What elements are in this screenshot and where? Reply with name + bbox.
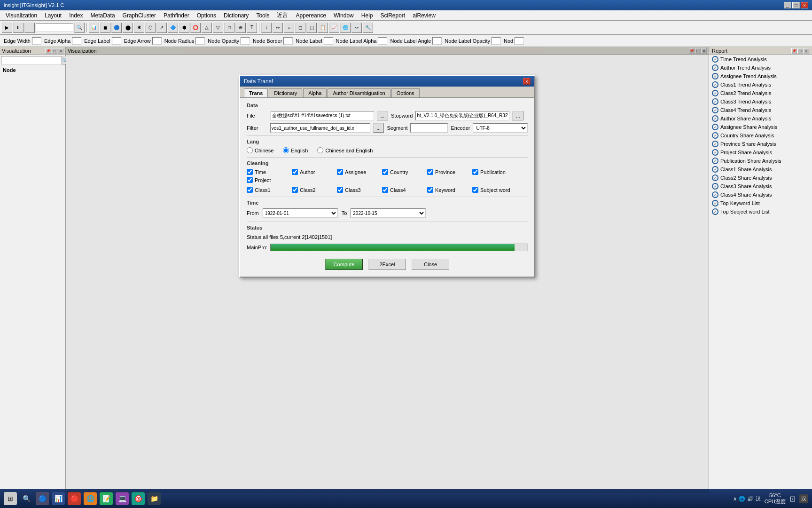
tab-options[interactable]: Options xyxy=(391,88,420,97)
menu-layout[interactable]: Layout xyxy=(41,11,65,20)
from-date-select[interactable]: 1922-01-01 xyxy=(263,208,338,218)
taskbar-app-icon-3[interactable]: 🔴 xyxy=(68,492,81,505)
report-item-country-share[interactable]: ✓ Country Share Analysis xyxy=(709,131,812,140)
node-label-input[interactable] xyxy=(324,37,333,45)
toolbar-icon-17[interactable]: ⇔ xyxy=(273,23,283,33)
report-item-class2-share[interactable]: ✓ Class2 Share Analysis xyxy=(709,174,812,182)
report-item-author-trend[interactable]: ✓ Author Trend Analysis xyxy=(709,64,812,72)
ime-indicator[interactable]: 汉 xyxy=(799,494,808,503)
toolbar-btn-1[interactable]: ▶ xyxy=(2,23,12,33)
toolbar-icon-22[interactable]: 📈 xyxy=(329,23,339,33)
check-project[interactable]: Project xyxy=(247,177,284,183)
menu-visualization[interactable]: Visualization xyxy=(2,11,41,20)
file-input[interactable] xyxy=(271,111,374,120)
radio-chinese-input[interactable] xyxy=(247,147,253,153)
taskbar-search[interactable]: 🔍 xyxy=(20,492,33,505)
menu-help[interactable]: Help xyxy=(358,11,377,20)
menu-dictionary[interactable]: Dictionary xyxy=(220,11,252,20)
menu-metadata[interactable]: MetaData xyxy=(87,11,119,20)
file-browse-btn[interactable]: ... xyxy=(377,111,388,120)
tab-alpha[interactable]: Alpha xyxy=(303,88,327,97)
toolbar-icon-18[interactable]: ○ xyxy=(284,23,294,33)
tray-sound-icon[interactable]: 🔊 xyxy=(747,496,754,502)
report-item-time-trend[interactable]: ✓ Time Trend Analysis xyxy=(709,55,812,64)
toolbar-btn-3[interactable] xyxy=(24,23,35,33)
filter-input[interactable] xyxy=(270,123,370,133)
taskbar-app-icon-2[interactable]: 📊 xyxy=(52,492,65,505)
menu-scireport[interactable]: SciReport xyxy=(376,11,409,20)
panel-header-controls[interactable]: 📌 □ × xyxy=(46,48,63,54)
report-item-class3-trend[interactable]: ✓ Class3 Trend Analysis xyxy=(709,97,812,106)
radio-english-input[interactable] xyxy=(283,147,289,153)
filter-browse-btn[interactable]: ... xyxy=(373,123,384,133)
toolbar-input[interactable] xyxy=(36,24,73,32)
node-opacity-input[interactable] xyxy=(241,37,250,45)
toolbar-icon-5[interactable]: ✱ xyxy=(134,23,144,33)
panel-close-btn[interactable]: × xyxy=(58,48,63,54)
check-class4[interactable]: Class4 xyxy=(382,187,420,193)
tab-trans[interactable]: Trans xyxy=(244,88,268,97)
menu-pathfinder[interactable]: Pathfinder xyxy=(160,11,193,20)
check-class3[interactable]: Class3 xyxy=(337,187,375,193)
toolbar-icon-3[interactable]: 🔵 xyxy=(111,23,122,33)
maximize-btn[interactable]: □ xyxy=(792,2,800,8)
edge-alpha-input[interactable] xyxy=(72,37,81,45)
node-label-opacity-input[interactable] xyxy=(492,37,501,45)
check-publication[interactable]: Publication xyxy=(472,169,510,175)
report-item-project-share[interactable]: ✓ Project Share Analysis xyxy=(709,148,812,157)
right-pin-btn[interactable]: 📌 xyxy=(791,48,797,54)
taskbar-app-icon-4[interactable]: 🌐 xyxy=(84,492,97,505)
check-keyword[interactable]: Keyword xyxy=(427,187,465,193)
menu-index[interactable]: Index xyxy=(65,11,86,20)
tray-up-icon[interactable]: ∧ xyxy=(733,496,737,502)
toolbar-icon-14[interactable]: ⊕ xyxy=(235,23,246,33)
toolbar-icon-12[interactable]: ▽ xyxy=(213,23,223,33)
toolbar-icon-1[interactable]: 📊 xyxy=(89,23,99,33)
to-date-select[interactable]: 2022-10-15 xyxy=(351,208,426,218)
panel-maximize-btn[interactable]: □ xyxy=(52,48,57,54)
encoder-select[interactable]: UTF-8 GBK xyxy=(473,123,528,133)
right-panel-controls[interactable]: 📌 □ × xyxy=(791,48,809,54)
window-controls[interactable]: _ □ × xyxy=(784,2,808,8)
edge-width-input[interactable] xyxy=(32,37,41,45)
tray-lang-icon[interactable]: 汉 xyxy=(756,495,761,502)
minimize-btn[interactable]: _ xyxy=(784,2,791,8)
taskbar-app-icon-1[interactable]: 🔵 xyxy=(36,492,49,505)
edge-arrow-input[interactable] xyxy=(152,37,162,45)
check-province[interactable]: Province xyxy=(427,169,465,175)
report-item-class4-trend[interactable]: ✓ Class4 Trend Analysis xyxy=(709,106,812,114)
check-author[interactable]: Author xyxy=(292,169,329,175)
check-class2[interactable]: Class2 xyxy=(292,187,329,193)
check-time[interactable]: Time xyxy=(247,169,284,175)
tray-network-icon[interactable]: 🌐 xyxy=(739,496,745,502)
tray-hide-icon[interactable]: ⊡ xyxy=(789,494,796,503)
report-item-province-share[interactable]: ✓ Province Share Analysis xyxy=(709,140,812,148)
report-item-class3-share[interactable]: ✓ Class3 Share Analysis xyxy=(709,182,812,190)
right-maximize-btn[interactable]: □ xyxy=(797,48,803,54)
radio-chinese-english[interactable]: Chinese and English xyxy=(317,147,373,153)
toolbar-icon-21[interactable]: 📋 xyxy=(318,23,328,33)
close-btn[interactable]: × xyxy=(801,2,808,8)
edge-label-input[interactable] xyxy=(112,37,121,45)
node-radius-input[interactable] xyxy=(195,37,205,45)
right-close-btn[interactable]: × xyxy=(804,48,809,54)
check-assignee[interactable]: Assignee xyxy=(337,169,375,175)
toolbar-icon-8[interactable]: 🔷 xyxy=(168,23,178,33)
toolbar-icon-15[interactable]: T xyxy=(247,23,257,33)
toolbar-icon-6[interactable]: ⬡ xyxy=(145,23,156,33)
stopword-input[interactable] xyxy=(415,111,509,120)
panel-pin-btn[interactable]: 📌 xyxy=(46,48,51,54)
toolbar-icon-10[interactable]: ⭕ xyxy=(190,23,201,33)
radio-english[interactable]: English xyxy=(283,147,308,153)
menu-graphcluster[interactable]: GraphCluster xyxy=(119,11,160,20)
radio-chinese[interactable]: Chinese xyxy=(247,147,273,153)
menu-tools[interactable]: Tools xyxy=(252,11,273,20)
toolbar-icon-25[interactable]: 🔧 xyxy=(363,23,373,33)
check-subject-word[interactable]: Subject word xyxy=(472,187,510,193)
taskbar-app-icon-5[interactable]: 📝 xyxy=(100,492,113,505)
taskbar-app-icon-7[interactable]: 🎯 xyxy=(132,492,145,505)
report-item-assignee-share[interactable]: ✓ Assignee Share Analysis xyxy=(709,123,812,131)
report-item-top-keyword[interactable]: ✓ Top Keyword List xyxy=(709,199,812,207)
menu-options[interactable]: Options xyxy=(193,11,220,20)
toolbar-btn-2[interactable]: ⏸ xyxy=(13,23,23,33)
